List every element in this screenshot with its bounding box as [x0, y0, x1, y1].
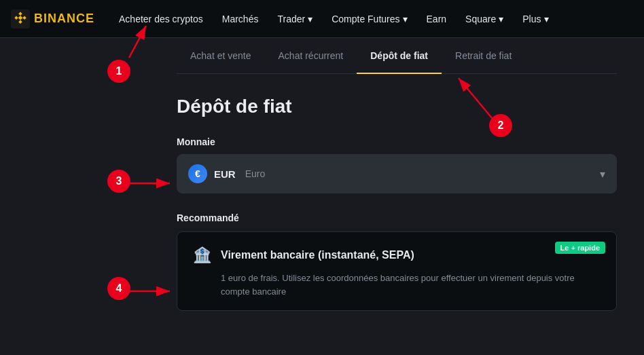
nav-item-trader[interactable]: Trader ▾	[269, 8, 321, 30]
tab-depot-fiat[interactable]: Dépôt de fiat	[357, 38, 442, 73]
nav-item-plus[interactable]: Plus ▾	[514, 8, 556, 30]
payment-card[interactable]: Le + rapide 🏦 Virement bancaire (instant…	[177, 231, 617, 311]
fastest-badge: Le + rapide	[555, 242, 605, 254]
nav-items: Acheter des cryptos Marchés Trader ▾ Com…	[111, 8, 633, 30]
eur-icon: €	[188, 164, 207, 183]
currency-selector[interactable]: € EUR Euro ▾	[177, 154, 617, 193]
recommended-label: Recommandé	[177, 212, 617, 223]
main-content: Achat et vente Achat récurrent Dépôt de …	[0, 38, 644, 355]
chevron-down-icon: ▾	[544, 14, 549, 24]
payment-card-desc: 1 euro de frais. Utilisez les coordonnée…	[191, 272, 603, 298]
nav-item-acheter[interactable]: Acheter des cryptos	[111, 8, 211, 30]
chevron-down-icon: ▾	[403, 14, 408, 24]
currency-name: Euro	[245, 168, 266, 179]
chevron-down-icon: ▾	[308, 14, 312, 24]
chevron-down-icon: ▾	[499, 14, 503, 24]
nav-item-square[interactable]: Square ▾	[457, 8, 512, 30]
tab-achat-recurrent[interactable]: Achat récurrent	[265, 38, 357, 73]
tabs: Achat et vente Achat récurrent Dépôt de …	[177, 38, 617, 74]
form-section: Monnaie € EUR Euro ▾ Recommandé Le + rap…	[177, 136, 617, 311]
nav-item-earn[interactable]: Earn	[418, 8, 455, 30]
nav-item-futures[interactable]: Compte Futures ▾	[323, 8, 415, 30]
chevron-down-icon: ▾	[600, 168, 605, 181]
tab-achat-vente[interactable]: Achat et vente	[177, 38, 265, 73]
payment-card-header: 🏦 Virement bancaire (instantané, SEPA)	[191, 244, 603, 266]
tab-retrait-fiat[interactable]: Retrait de fiat	[442, 38, 525, 73]
currency-code: EUR	[214, 168, 236, 180]
logo[interactable]: BINANCE	[11, 10, 94, 29]
nav-item-marches[interactable]: Marchés	[214, 8, 267, 30]
currency-label: Monnaie	[177, 136, 617, 147]
payment-card-title: Virement bancaire (instantané, SEPA)	[221, 249, 414, 261]
sidebar	[0, 38, 149, 355]
logo-text: BINANCE	[34, 12, 94, 26]
bank-icon: 🏦	[191, 244, 213, 266]
page-title: Dépôt de fiat	[177, 96, 617, 117]
content-area: Achat et vente Achat récurrent Dépôt de …	[149, 38, 644, 355]
currency-left: € EUR Euro	[188, 164, 265, 183]
navbar: BINANCE Acheter des cryptos Marchés Trad…	[0, 0, 644, 38]
